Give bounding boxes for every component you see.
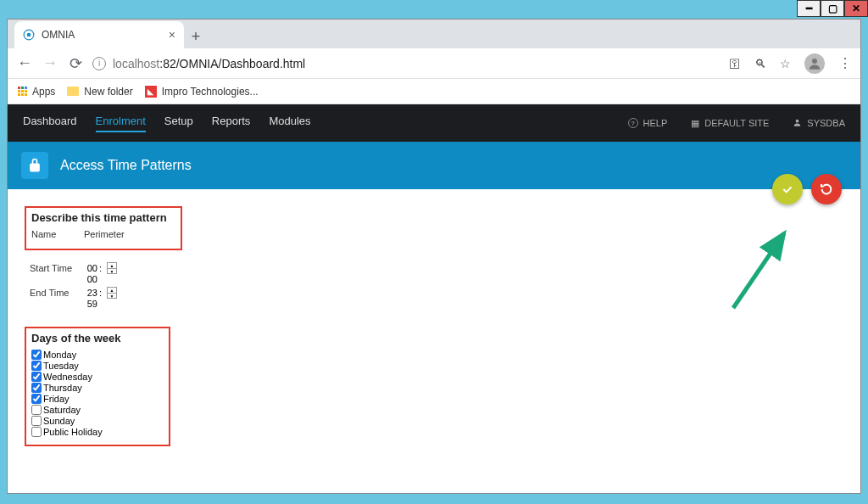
address-bar: ← → ⟳ i localhost:82/OMNIA/Dashboard.htm…	[8, 48, 860, 79]
tab-favicon-icon	[23, 29, 35, 41]
day-label: Public Holiday	[43, 427, 103, 437]
day-row[interactable]: Saturday	[31, 405, 164, 415]
day-row[interactable]: Friday	[31, 394, 164, 404]
day-row[interactable]: Thursday	[31, 383, 164, 393]
nav-user[interactable]: SYSDBA	[793, 118, 845, 129]
annotation-arrow	[725, 223, 810, 316]
profile-avatar-icon[interactable]	[804, 53, 825, 74]
help-icon: ?	[628, 118, 638, 128]
start-hour-input[interactable]: 00	[82, 263, 97, 273]
day-checkbox[interactable]	[31, 350, 42, 360]
name-label: Name	[31, 229, 77, 239]
nav-user-label: SYSDBA	[807, 118, 845, 128]
svg-line-5	[733, 233, 784, 308]
day-checkbox[interactable]	[31, 394, 42, 404]
day-checkbox[interactable]	[31, 405, 42, 415]
nav-modules[interactable]: Modules	[269, 115, 310, 132]
day-checkbox[interactable]	[31, 372, 42, 382]
day-label: Tuesday	[43, 361, 79, 371]
day-row[interactable]: Public Holiday	[31, 427, 164, 437]
nav-dashboard[interactable]: Dashboard	[23, 115, 77, 132]
site-info-icon[interactable]: i	[92, 57, 106, 70]
zoom-icon[interactable]: 🔍︎	[754, 57, 766, 70]
nav-default-site-label: DEFAULT SITE	[704, 118, 769, 128]
day-label: Saturday	[43, 405, 81, 415]
bookmarks-apps-label: Apps	[32, 86, 55, 98]
top-nav: Dashboard Enrolment Setup Reports Module…	[8, 104, 860, 142]
user-icon	[793, 118, 802, 129]
end-hour-input[interactable]: 23	[82, 288, 97, 298]
top-nav-right: ? HELP ▦ DEFAULT SITE SYSDBA	[628, 118, 845, 129]
day-row[interactable]: Sunday	[31, 416, 164, 426]
password-key-icon[interactable]: ⚿	[729, 57, 741, 70]
bookmarks-bar: Apps New folder ◣ Impro Technologies...	[8, 79, 860, 104]
page-content: Describe this time pattern Name Perimete…	[8, 189, 860, 493]
day-label: Sunday	[43, 416, 75, 426]
bookmarks-newfolder-label: New folder	[84, 86, 132, 98]
bookmarks-impro-label: Impro Technologies...	[162, 86, 259, 98]
tab-bar: OMNIA × +	[8, 20, 860, 48]
url-text: localhost:82/OMNIA/Dashboard.html	[113, 57, 305, 70]
page-lock-icon	[21, 152, 48, 179]
end-time-label: End Time	[30, 288, 75, 298]
nav-default-site[interactable]: ▦ DEFAULT SITE	[691, 118, 769, 129]
start-hour-spinner[interactable]: ▲▼	[107, 262, 117, 274]
back-button[interactable]: ←	[16, 54, 33, 72]
bookmarks-apps[interactable]: Apps	[18, 86, 55, 98]
bookmark-star-icon[interactable]: ☆	[780, 57, 791, 70]
day-label: Friday	[43, 394, 70, 404]
day-row[interactable]: Tuesday	[31, 361, 164, 371]
end-hour-spinner[interactable]: ▲▼	[107, 287, 117, 299]
days-heading: Days of the week	[31, 332, 164, 344]
day-row[interactable]: Monday	[31, 350, 164, 360]
day-label: Thursday	[43, 383, 82, 393]
browser-window: OMNIA × + ← → ⟳ i localhost:82/OMNIA/Das…	[7, 19, 861, 494]
tab-close-icon[interactable]: ×	[169, 28, 175, 42]
maximize-button[interactable]: ▢	[821, 0, 844, 17]
svg-point-1	[27, 33, 31, 37]
day-checkbox[interactable]	[31, 383, 42, 393]
nav-help[interactable]: ? HELP	[628, 118, 668, 128]
start-min-input[interactable]: 00	[82, 274, 97, 284]
nav-reports[interactable]: Reports	[212, 115, 251, 132]
browser-menu-icon[interactable]: ⋮	[838, 55, 852, 71]
url-field[interactable]: i localhost:82/OMNIA/Dashboard.html	[92, 57, 721, 70]
reload-button[interactable]: ⟳	[67, 54, 84, 73]
cancel-button[interactable]	[811, 174, 842, 204]
days-panel: Days of the week MondayTuesdayWednesdayT…	[25, 327, 170, 446]
minimize-button[interactable]: ━	[797, 0, 821, 17]
save-button[interactable]	[772, 174, 803, 204]
bookmarks-impro[interactable]: ◣ Impro Technologies...	[145, 86, 259, 98]
describe-panel: Describe this time pattern Name Perimete…	[25, 206, 182, 250]
forward-button[interactable]: →	[42, 54, 58, 72]
bookmarks-newfolder[interactable]: New folder	[67, 86, 132, 98]
day-checkbox[interactable]	[31, 427, 42, 437]
nav-setup[interactable]: Setup	[164, 115, 193, 132]
browser-tab[interactable]: OMNIA ×	[14, 21, 184, 48]
page-header: Access Time Patterns	[8, 142, 860, 189]
tab-title: OMNIA	[42, 29, 162, 41]
name-input[interactable]: Perimeter	[84, 229, 175, 239]
page-title: Access Time Patterns	[60, 158, 192, 173]
day-checkbox[interactable]	[31, 416, 42, 426]
apps-grid-icon	[18, 87, 27, 96]
day-checkbox[interactable]	[31, 361, 42, 371]
close-window-button[interactable]: ✕	[844, 0, 868, 17]
top-nav-left: Dashboard Enrolment Setup Reports Module…	[23, 115, 311, 132]
impro-icon: ◣	[145, 86, 157, 98]
site-icon: ▦	[691, 118, 699, 129]
times-panel: Start Time 00 : ▲▼ 00 End Time 23 :	[25, 259, 160, 318]
day-label: Wednesday	[43, 372, 92, 382]
describe-heading: Describe this time pattern	[31, 211, 175, 224]
day-row[interactable]: Wednesday	[31, 372, 164, 382]
new-tab-button[interactable]: +	[184, 25, 208, 48]
svg-point-3	[796, 119, 799, 122]
nav-enrolment[interactable]: Enrolment	[96, 115, 146, 132]
folder-icon	[67, 87, 79, 96]
app-root: Dashboard Enrolment Setup Reports Module…	[8, 104, 860, 493]
end-min-input[interactable]: 59	[82, 299, 97, 309]
start-time-label: Start Time	[30, 263, 75, 273]
svg-point-2	[812, 59, 817, 64]
nav-help-label: HELP	[643, 118, 668, 128]
day-label: Monday	[43, 350, 76, 360]
